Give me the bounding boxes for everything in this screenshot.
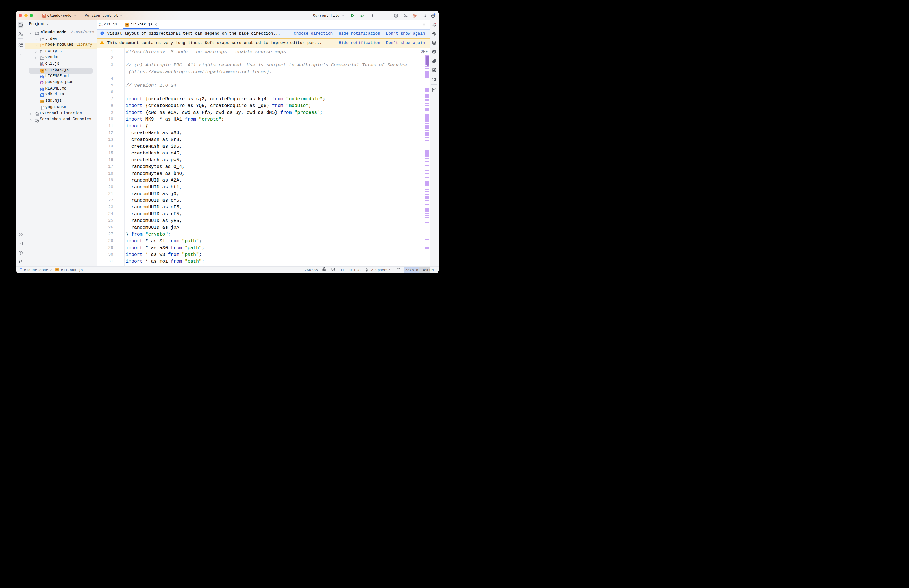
svg-text:?: ? [21,34,22,36]
